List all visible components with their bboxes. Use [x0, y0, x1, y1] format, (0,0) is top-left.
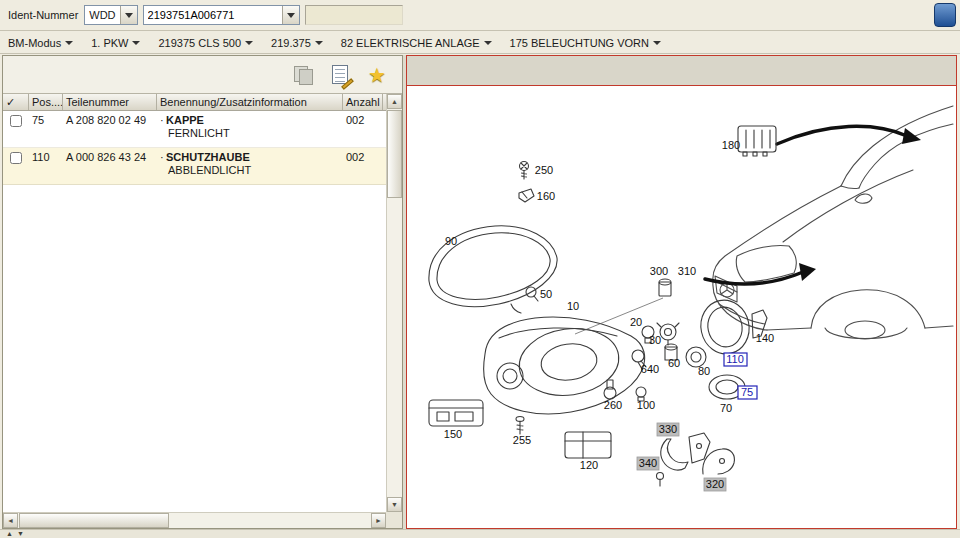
svg-text:60: 60 — [668, 357, 680, 369]
header-qty: Anzahl — [343, 94, 383, 110]
bulb-260 — [604, 380, 616, 399]
menu-item-type[interactable]: 219.375 — [271, 37, 323, 49]
menu-item-subgroup[interactable]: 175 BELEUCHTUNG VORN — [510, 37, 661, 49]
edit-note-button[interactable] — [330, 63, 354, 87]
svg-text:80: 80 — [698, 365, 710, 377]
callout-60[interactable]: 60 — [668, 357, 680, 369]
callout-255[interactable]: 255 — [513, 434, 531, 446]
report-button[interactable] — [292, 63, 316, 87]
svg-text:340: 340 — [639, 457, 657, 469]
callout-320-gray[interactable]: 320 — [704, 478, 726, 491]
ident-bar: Ident-Nummer WDD — [0, 0, 960, 31]
callout-10[interactable]: 10 — [567, 300, 579, 312]
clip-160 — [519, 189, 534, 202]
callout-120[interactable]: 120 — [580, 459, 598, 471]
note-icon — [332, 65, 348, 84]
relay-module-180 — [738, 126, 776, 156]
bracket-330 — [661, 433, 710, 470]
wmi-dropdown-button[interactable] — [120, 6, 137, 24]
callout-640[interactable]: 640 — [641, 363, 659, 375]
chevron-down-icon — [245, 41, 253, 45]
cell-pos: 75 — [29, 111, 63, 147]
scroll-up-mini-button[interactable]: ▲ — [6, 530, 13, 538]
svg-text:160: 160 — [537, 190, 555, 202]
diagram-header-strip — [407, 56, 956, 86]
menu-item-model[interactable]: 219375 CLS 500 — [158, 37, 253, 49]
callout-340-gray[interactable]: 340 — [637, 457, 659, 470]
scroll-down-button[interactable]: ▼ — [387, 497, 402, 512]
table-header-row: ✓ Pos.... Teilenummer Benennung/Zusatzin… — [3, 94, 386, 111]
scroll-up-button[interactable]: ▲ — [387, 94, 402, 109]
callout-50[interactable]: 50 — [540, 288, 552, 300]
callout-20[interactable]: 20 — [630, 316, 642, 328]
bottom-scroll-strip: ▲ ▼ — [0, 529, 960, 538]
svg-text:180: 180 — [722, 139, 740, 151]
vin-input[interactable] — [144, 6, 282, 24]
horizontal-scrollbar[interactable]: ◄ ► — [3, 512, 386, 528]
svg-text:320: 320 — [706, 478, 724, 490]
table-row[interactable]: 75 A 208 820 02 49 ·KAPPE FERNLICHT 002 — [3, 111, 386, 148]
diagram-panel: 180 250 160 — [406, 55, 957, 529]
scroll-right-button[interactable]: ► — [371, 513, 386, 528]
chevron-down-icon — [287, 13, 295, 18]
parts-table: ✓ Pos.... Teilenummer Benennung/Zusatzin… — [3, 94, 386, 512]
epc-window: Ident-Nummer WDD BM-Modus 1. PKW 219375 … — [0, 0, 960, 538]
chevron-down-icon — [65, 41, 73, 45]
svg-text:120: 120 — [580, 459, 598, 471]
control-unit-150 — [429, 400, 483, 426]
callout-90[interactable]: 90 — [445, 235, 457, 247]
seal-ring-140 — [696, 296, 767, 359]
table-row-selected[interactable]: 110 A 000 826 43 24 ·SCHUTZHAUBE ABBLEND… — [3, 148, 386, 185]
car-front-sketch — [713, 106, 953, 339]
cell-qty: 002 — [343, 148, 383, 184]
cell-description: ·KAPPE FERNLICHT — [157, 111, 343, 147]
header-check: ✓ — [3, 94, 29, 110]
favorites-star-button[interactable]: ★ — [368, 63, 392, 87]
chevron-down-icon — [315, 41, 323, 45]
menu-item-bm-modus[interactable]: BM-Modus — [8, 37, 73, 49]
menu-item-group[interactable]: 82 ELEKTRISCHE ANLAGE — [341, 37, 492, 49]
vin-dropdown-button[interactable] — [282, 6, 299, 24]
callout-70[interactable]: 70 — [720, 402, 732, 414]
app-icon — [934, 3, 956, 27]
scrollbar-corner — [386, 512, 402, 528]
callout-30[interactable]: 30 — [649, 334, 661, 346]
callout-110-selected[interactable]: 110 — [724, 353, 747, 366]
callout-250[interactable]: 250 — [535, 164, 553, 176]
callout-330-gray[interactable]: 330 — [657, 423, 679, 436]
bracket-320 — [703, 449, 735, 474]
callout-160[interactable]: 160 — [537, 190, 555, 202]
vertical-scrollbar[interactable]: ▲ ▼ — [386, 94, 402, 512]
callout-260[interactable]: 260 — [604, 399, 622, 411]
connector-300-310 — [575, 279, 671, 334]
callout-75-selected[interactable]: 75 — [738, 386, 757, 399]
svg-text:300: 300 — [650, 265, 668, 277]
cell-qty: 002 — [343, 111, 383, 147]
row-checkbox[interactable] — [10, 152, 22, 164]
menu-item-pkw[interactable]: 1. PKW — [91, 37, 140, 49]
row-checkbox[interactable] — [10, 115, 22, 127]
callout-300[interactable]: 300 — [650, 265, 668, 277]
callout-310[interactable]: 310 — [678, 265, 696, 277]
screw-340 — [657, 473, 664, 487]
svg-text:255: 255 — [513, 434, 531, 446]
cell-part-number: A 000 826 43 24 — [63, 148, 157, 184]
callout-80[interactable]: 80 — [698, 365, 710, 377]
svg-text:640: 640 — [641, 363, 659, 375]
svg-text:75: 75 — [741, 386, 753, 398]
scroll-left-button[interactable]: ◄ — [3, 513, 18, 528]
ident-secondary-field[interactable] — [305, 5, 403, 25]
star-icon: ★ — [368, 64, 386, 86]
wmi-combo[interactable]: WDD — [84, 5, 137, 25]
callout-100[interactable]: 100 — [637, 399, 655, 411]
callout-180[interactable]: 180 — [722, 139, 740, 151]
svg-text:50: 50 — [540, 288, 552, 300]
scrollbar-thumb[interactable] — [19, 513, 169, 528]
vin-combo[interactable] — [143, 5, 300, 25]
diagram-canvas[interactable]: 180 250 160 — [407, 86, 956, 527]
chevron-down-icon — [132, 41, 140, 45]
scrollbar-thumb[interactable] — [387, 110, 402, 198]
callout-140[interactable]: 140 — [756, 332, 774, 344]
callout-150[interactable]: 150 — [444, 428, 462, 440]
scroll-down-mini-button[interactable]: ▼ — [17, 530, 24, 538]
